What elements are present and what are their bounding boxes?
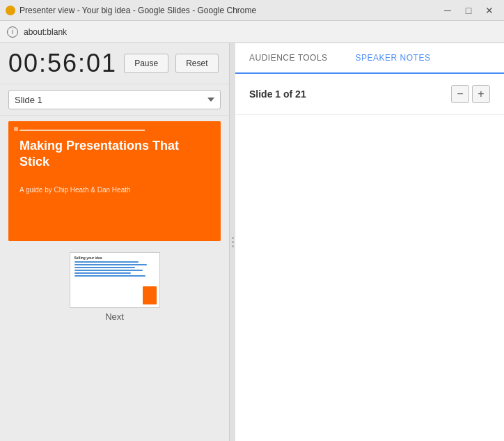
timer-area: 00:56:01 Pause Reset	[0, 43, 229, 84]
tabs-area: AUDIENCE TOOLS SPEAKER NOTES	[235, 43, 504, 74]
info-icon: i	[7, 26, 18, 38]
pause-button[interactable]: Pause	[124, 54, 168, 73]
titlebar-left: Presenter view - Your big idea - Google …	[6, 6, 256, 15]
slide-main-title: Making Presentations That Stick	[19, 138, 210, 171]
slide-main-subtitle: A guide by Chip Heath & Dan Heath	[19, 186, 210, 194]
next-slide-lines	[74, 261, 155, 277]
next-line-3	[74, 267, 135, 268]
reset-button[interactable]: Reset	[175, 54, 218, 73]
slide-info-text: Slide 1 of 21	[249, 88, 306, 100]
next-line-4	[74, 270, 143, 271]
next-slide-preview: Selling your idea	[70, 252, 160, 308]
notes-area	[235, 115, 504, 441]
tab-audience-tools[interactable]: AUDIENCE TOOLS	[235, 43, 342, 74]
right-panel: AUDIENCE TOOLS SPEAKER NOTES Slide 1 of …	[235, 43, 504, 441]
close-button[interactable]: ✕	[480, 3, 498, 17]
panel-resizer[interactable]	[230, 43, 235, 441]
corner-dot	[14, 127, 18, 131]
resizer-dots	[232, 237, 234, 247]
next-slide-section: Selling your idea Next	[0, 247, 229, 441]
next-line-1	[74, 261, 139, 263]
next-slide-book-image	[143, 286, 157, 304]
resizer-dot-3	[232, 245, 234, 247]
addressbar: i about:blank	[0, 21, 504, 43]
url-display: about:blank	[24, 27, 67, 37]
titlebar: Presenter view - Your big idea - Google …	[0, 0, 504, 21]
main-content: 00:56:01 Pause Reset Slide 1 Slide 2 Sli…	[0, 43, 504, 441]
slide-main-area: Making Presentations That Stick A guide …	[8, 121, 221, 241]
next-label: Next	[105, 311, 124, 322]
next-slide-title-text: Selling your idea	[74, 256, 155, 260]
zoom-minus-button[interactable]: −	[451, 85, 469, 103]
zoom-plus-button[interactable]: +	[472, 85, 490, 103]
next-slide-inner: Selling your idea	[70, 253, 159, 307]
current-slide-preview: Making Presentations That Stick A guide …	[8, 121, 221, 241]
left-panel: 00:56:01 Pause Reset Slide 1 Slide 2 Sli…	[0, 43, 230, 441]
slide-select[interactable]: Slide 1 Slide 2 Slide 3	[8, 90, 221, 109]
slide-decorline	[19, 130, 145, 131]
minimize-button[interactable]: ─	[439, 3, 457, 17]
tab-audience-tools-label: AUDIENCE TOOLS	[249, 53, 328, 63]
next-line-5	[74, 272, 131, 274]
zoom-controls: − +	[451, 85, 490, 103]
slide-info-area: Slide 1 of 21 − +	[235, 74, 504, 115]
next-line-2	[74, 264, 147, 265]
next-line-6	[74, 275, 145, 277]
titlebar-controls: ─ □ ✕	[439, 3, 498, 17]
titlebar-title: Presenter view - Your big idea - Google …	[19, 6, 256, 15]
tab-speaker-notes[interactable]: SPEAKER NOTES	[342, 43, 445, 74]
maximize-button[interactable]: □	[459, 3, 478, 17]
slide-selector-area: Slide 1 Slide 2 Slide 3	[0, 84, 229, 116]
tab-speaker-notes-label: SPEAKER NOTES	[356, 53, 431, 63]
chrome-icon	[6, 6, 15, 15]
resizer-dot-2	[232, 241, 234, 243]
timer-display: 00:56:01	[8, 49, 117, 78]
resizer-dot-1	[232, 237, 234, 239]
